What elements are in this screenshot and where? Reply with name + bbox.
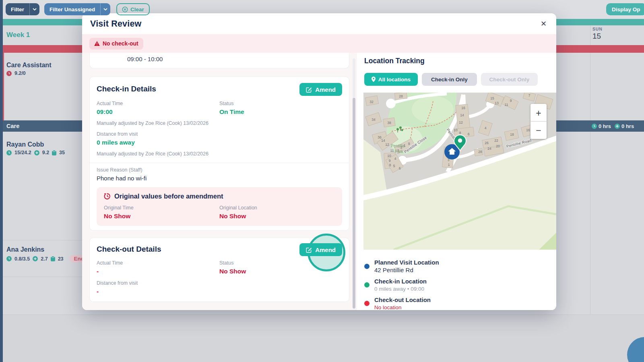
week-label: Week 1 — [6, 31, 30, 39]
card-divider — [90, 163, 349, 163]
alert-chip: No check-out — [89, 38, 143, 50]
map-building-number: 16 — [526, 128, 530, 132]
modal-body: 09:00 - 10:00 Check-in Details Amend — [82, 53, 556, 310]
map-building-number: 8 — [389, 163, 391, 167]
amend-label: Amend — [315, 86, 336, 93]
group-hour-stats: 0 hrs 0 hrs — [592, 120, 634, 132]
plus-icon — [615, 124, 620, 129]
map-zoom-out-button[interactable]: − — [530, 122, 547, 139]
map-building-number: 1 — [448, 163, 450, 167]
map-building-number: 13 — [495, 101, 499, 105]
plus-icon — [33, 256, 38, 261]
map-building-number: 24 — [487, 147, 491, 151]
original-values-box: Original values before amendment Origina… — [97, 187, 342, 226]
filter-unassigned-button[interactable]: Filter Unassigned — [44, 3, 110, 15]
map-building-number: 10 — [387, 154, 391, 158]
role-name: Care Assistant — [6, 62, 51, 69]
legend-planned-location: Planned Visit Location 42 Pentillie Rd — [364, 259, 439, 273]
staff-name: Rayan Cobb — [6, 141, 65, 148]
map-building-number: 15 — [490, 96, 494, 100]
distance-label: Distance from visit — [97, 131, 224, 137]
status-value: No Show — [219, 268, 342, 275]
original-location-value: No Show — [219, 213, 335, 220]
legend-title: Check-out Location — [374, 296, 431, 304]
map-building-number: 38 — [387, 121, 391, 125]
modal-scrollbar-thumb[interactable] — [353, 98, 355, 308]
check-out-title: Check-out Details — [97, 243, 161, 254]
amend-label: Amend — [315, 246, 336, 253]
staff-plus-stat: 9.2 — [42, 150, 49, 155]
page-bottom-area — [0, 314, 644, 362]
legend-subtitle: 42 Pentillie Rd — [374, 267, 439, 273]
modal-scrollbar[interactable] — [353, 58, 355, 309]
role-card[interactable]: Care Assistant 9.2/0 — [6, 62, 51, 76]
map-building-number: 34 — [372, 118, 376, 122]
display-options-button[interactable]: Display Op — [606, 3, 644, 15]
issue-reason-value: Phone had no wi-fi — [97, 175, 342, 182]
alert-banner: No check-out — [82, 34, 556, 53]
clear-filters-button[interactable]: Clear — [116, 3, 150, 15]
close-icon[interactable]: ✕ — [539, 19, 548, 29]
map-building-number: 28 — [399, 94, 403, 98]
clock-icon — [6, 256, 12, 261]
map-building-number: 10 — [454, 128, 458, 132]
staff-task-stat: 23 — [58, 256, 64, 262]
location-map[interactable]: 3228343836141211109832194567531161412108… — [363, 93, 556, 250]
role-alert-accent — [3, 53, 4, 120]
staff-row[interactable]: Rayan Cobb 15/24.2 9.2 35 — [6, 141, 65, 155]
map-zoom-in-button[interactable]: + — [530, 104, 547, 122]
map-canvas: 3228343836141211109832194567531161412108… — [363, 93, 556, 250]
distance-label: Distance from visit — [97, 280, 224, 286]
map-building-number: 28 — [478, 150, 482, 154]
location-tracking-panel: Location Tracking All locations Check-in… — [357, 53, 556, 310]
map-building-number: 12 — [459, 120, 463, 124]
check-in-details-card: Check-in Details Amend Actual Time 09:00 — [89, 77, 349, 231]
map-building-number: 5 — [393, 164, 395, 168]
filter-check-in-only-button[interactable]: Check-in Only — [422, 73, 477, 86]
staff-task-stat: 35 — [59, 150, 65, 155]
park-label: Pentillie — [391, 144, 405, 148]
warning-triangle-icon — [94, 41, 100, 46]
map-building-number: 6 — [468, 132, 470, 136]
filter-all-locations-button[interactable]: All locations — [364, 73, 418, 86]
blue-dot-icon — [364, 264, 369, 269]
map-building-number: 14 — [381, 139, 385, 143]
chevron-down-icon[interactable] — [29, 3, 39, 15]
map-building-number: 8 — [459, 131, 461, 135]
status-label: Status — [219, 101, 342, 106]
map-building-number: 32 — [369, 100, 374, 104]
group-plus-hours: 0 hrs — [621, 123, 634, 129]
adjusted-note: Manually adjusted by Zoe Rice (Cook) 13/… — [97, 120, 342, 126]
map-building-number: 4 — [394, 157, 396, 161]
row-divider — [3, 240, 82, 240]
filter-button[interactable]: Filter — [6, 3, 39, 15]
location-filter-group: All locations Check-in Only Check-out On… — [364, 73, 538, 86]
check-in-amend-button[interactable]: Amend — [299, 83, 342, 96]
chevron-down-icon[interactable] — [100, 3, 110, 15]
visit-review-modal: Visit Review ✕ No check-out 09:00 - 10:0… — [82, 13, 556, 310]
legend-subtitle: No location — [374, 304, 431, 310]
map-building-number: 7 — [528, 93, 530, 97]
clock-icon — [6, 150, 12, 155]
staff-clock-stat: 0.8/3.5 — [14, 256, 30, 262]
role-hours: 9.2/0 — [14, 70, 26, 76]
filter-check-out-only-button[interactable]: Check-out Only — [481, 73, 538, 86]
day-column-header[interactable]: SUN 15 — [592, 27, 603, 41]
filter-check-in-label: Check-in Only — [431, 77, 468, 83]
group-clock-hours: 0 hrs — [599, 123, 611, 129]
edit-icon — [306, 87, 312, 93]
history-icon — [104, 193, 111, 200]
check-out-amend-button[interactable]: Amend — [299, 243, 342, 256]
status-value: On Time — [219, 108, 342, 116]
alert-text: No check-out — [103, 40, 138, 47]
modal-title: Visit Review — [90, 19, 141, 29]
map-building-number: 9 — [510, 99, 512, 103]
clipboard-icon — [51, 256, 55, 261]
actual-time-label: Actual Time — [97, 260, 219, 266]
issue-reason-label: Issue Reason (Staff) — [97, 167, 342, 173]
map-building-number: 18 — [510, 132, 514, 137]
distance-value: - — [97, 288, 224, 295]
filter-unassigned-label: Filter Unassigned — [44, 3, 100, 15]
original-location-label: Original Location — [219, 205, 335, 211]
original-time-label: Original Time — [104, 205, 219, 211]
